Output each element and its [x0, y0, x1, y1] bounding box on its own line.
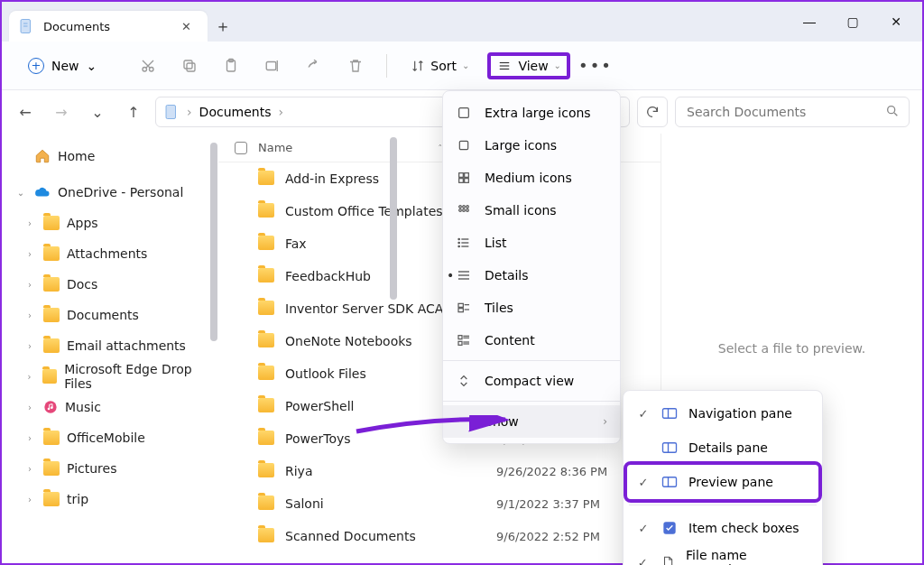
svg-rect-40: [458, 303, 463, 307]
paste-icon[interactable]: [215, 50, 247, 82]
folder-icon: [43, 461, 60, 476]
divider: [386, 54, 387, 78]
menu-item[interactable]: •Details: [443, 259, 620, 292]
svg-point-18: [51, 406, 53, 409]
chevron-right-icon[interactable]: ›: [23, 218, 36, 228]
chevron-right-icon[interactable]: ›: [23, 433, 36, 443]
sidebar-item[interactable]: ›Docs: [5, 269, 215, 300]
folder-icon: [258, 203, 274, 220]
title-bar: Documents ✕ ＋ ― ▢ ✕: [2, 2, 922, 42]
submenu-label: Item check boxes: [688, 521, 799, 535]
copy-icon[interactable]: [173, 50, 206, 82]
svg-rect-50: [663, 409, 677, 419]
up-button[interactable]: ↑: [119, 97, 148, 126]
maximize-button[interactable]: ▢: [832, 7, 873, 36]
new-label: New: [51, 59, 79, 73]
navigation-pane: Home ⌄ OneDrive - Personal ›Apps›Attachm…: [2, 134, 218, 563]
chevron-right-icon[interactable]: ›: [23, 249, 36, 259]
menu-label: Content: [485, 333, 535, 347]
search-input[interactable]: [685, 104, 885, 120]
submenu-item[interactable]: ✓Navigation pane: [627, 396, 818, 431]
menu-label: Tiles: [485, 301, 513, 315]
menu-item[interactable]: List: [443, 227, 620, 259]
menu-item[interactable]: Content: [443, 324, 620, 357]
view-icon: [496, 60, 513, 72]
sidebar-label: OfficeMobile: [67, 431, 145, 445]
chevron-right-icon[interactable]: ›: [23, 464, 36, 474]
back-button[interactable]: ←: [11, 97, 40, 126]
svg-point-28: [459, 209, 462, 212]
tab-documents[interactable]: Documents ✕: [9, 11, 208, 42]
more-button[interactable]: •••: [579, 50, 612, 82]
pane-icon: [661, 441, 678, 454]
folder-icon: [258, 301, 274, 318]
sidebar-item[interactable]: ›Email attachments: [5, 330, 215, 361]
folder-icon: [43, 277, 60, 292]
submenu-item[interactable]: ✓Preview pane: [627, 465, 818, 499]
table-row[interactable]: Saloni9/1/2022 3:37 PM: [218, 487, 661, 520]
folder-icon: [42, 369, 57, 384]
rename-icon[interactable]: [256, 50, 289, 82]
sidebar-item[interactable]: ›Microsoft Edge Drop Files: [5, 361, 215, 392]
compact-view-icon: [456, 374, 472, 388]
column-name[interactable]: Name: [258, 141, 292, 154]
sidebar-item[interactable]: ›Attachments: [5, 238, 215, 269]
sidebar-item[interactable]: ›OfficeMobile: [5, 422, 215, 453]
menu-item[interactable]: Medium icons: [443, 162, 620, 194]
submenu-item[interactable]: ✓Item check boxes: [627, 511, 818, 545]
menu-item[interactable]: Extra large icons: [443, 97, 620, 129]
folder-icon: [258, 463, 274, 480]
view-label: View: [518, 59, 548, 73]
table-row[interactable]: Riya9/26/2022 8:36 PM: [218, 455, 661, 487]
recent-locations-button[interactable]: ⌄: [83, 97, 112, 126]
sort-button[interactable]: Sort ⌄: [402, 53, 478, 79]
sidebar-item[interactable]: ›trip: [5, 484, 215, 514]
chevron-right-icon[interactable]: ›: [23, 372, 35, 382]
chevron-right-icon[interactable]: ›: [23, 341, 36, 351]
chevron-right-icon[interactable]: ›: [23, 495, 36, 505]
chevron-right-icon[interactable]: ›: [23, 403, 36, 412]
menu-item-compact[interactable]: Compact view: [443, 365, 620, 397]
documents-icon: [18, 18, 34, 34]
chevron-right-icon[interactable]: ›: [23, 280, 36, 290]
sidebar-item[interactable]: ›Apps: [5, 208, 215, 238]
submenu-item[interactable]: ✓File name extensions: [627, 545, 818, 565]
filelist-scrollbar[interactable]: [390, 137, 399, 498]
view-mode-icon: [456, 236, 472, 250]
menu-item-show[interactable]: Show›: [443, 405, 620, 438]
folder-icon: [258, 333, 274, 350]
sidebar-item[interactable]: ›Music: [5, 392, 215, 422]
minimize-button[interactable]: ―: [789, 7, 830, 36]
sidebar-scrollbar[interactable]: [209, 143, 218, 513]
sort-label: Sort: [430, 59, 457, 73]
share-icon[interactable]: [298, 50, 330, 82]
refresh-button[interactable]: [637, 97, 668, 127]
breadcrumb-item[interactable]: Documents: [199, 105, 272, 119]
submenu-item[interactable]: Details pane: [627, 431, 818, 465]
view-button[interactable]: View ⌄: [487, 52, 570, 79]
menu-item[interactable]: Large icons: [443, 129, 620, 162]
chevron-right-icon[interactable]: ›: [23, 310, 36, 320]
delete-icon[interactable]: [339, 50, 372, 82]
sidebar-item-home[interactable]: Home: [5, 141, 215, 171]
menu-label: Large icons: [485, 138, 557, 153]
forward-button[interactable]: →: [47, 97, 76, 126]
close-window-button[interactable]: ✕: [875, 7, 917, 36]
folder-icon: [258, 398, 274, 415]
new-button[interactable]: + New ⌄: [16, 51, 108, 80]
new-tab-button[interactable]: ＋: [208, 11, 238, 42]
menu-item[interactable]: Tiles: [443, 292, 620, 324]
menu-item[interactable]: Small icons: [443, 194, 620, 227]
sidebar-item[interactable]: ›Pictures: [5, 453, 215, 484]
sidebar-item-onedrive[interactable]: ⌄ OneDrive - Personal: [5, 177, 215, 208]
select-all-checkbox[interactable]: [235, 142, 247, 154]
close-tab-icon[interactable]: ✕: [178, 16, 195, 37]
documents-icon: [163, 104, 180, 120]
table-row[interactable]: Scanned Documents9/6/2022 2:52 PM: [218, 520, 661, 552]
search-box[interactable]: [675, 97, 910, 127]
cut-icon[interactable]: [132, 50, 164, 82]
chevron-down-icon[interactable]: ⌄: [14, 188, 27, 198]
svg-point-35: [458, 242, 459, 243]
sidebar-item[interactable]: ›Documents: [5, 300, 215, 330]
svg-rect-47: [458, 341, 462, 345]
